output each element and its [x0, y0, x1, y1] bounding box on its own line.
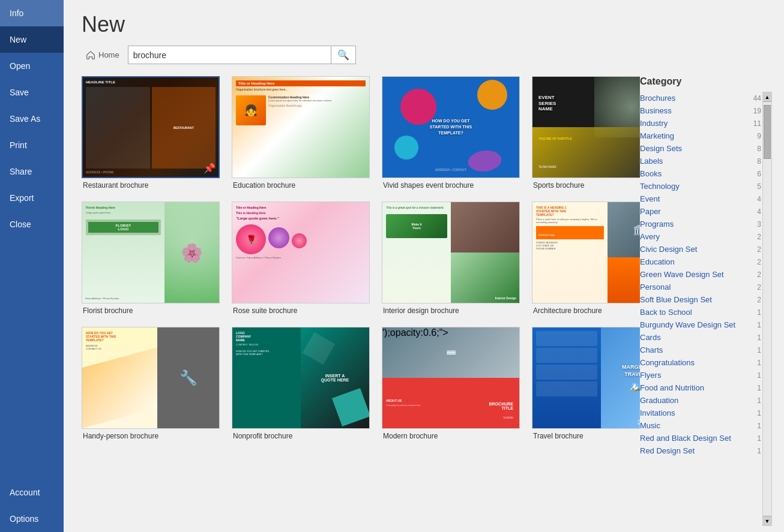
category-item-count: 1	[757, 409, 761, 417]
scrollbar-thumb[interactable]	[764, 105, 771, 159]
sidebar: Info New Open Save Save As Print Share E…	[0, 0, 64, 532]
scroll-up-button[interactable]: ▲	[763, 92, 771, 102]
category-item-27[interactable]: Red and Black Design Set1	[640, 432, 761, 444]
scroll-down-button[interactable]: ▼	[763, 516, 771, 525]
template-item-rose[interactable]: Title or Heading Here This is Heading He…	[232, 202, 370, 315]
category-item-12[interactable]: Civic Design Set2	[640, 243, 761, 256]
category-item-24[interactable]: Graduation1	[640, 394, 761, 407]
sidebar-item-share[interactable]: Share	[0, 158, 64, 185]
category-item-label: Congratulations	[640, 358, 695, 367]
category-item-16[interactable]: Soft Blue Design Set2	[640, 293, 761, 306]
templates-row-3: HOW DO YOU GETSTARTED WITH THISTEMPLATE?…	[82, 327, 634, 440]
sidebar-item-account[interactable]: Account	[0, 479, 64, 506]
category-item-label: Music	[640, 421, 660, 430]
template-thumb-nonprofit: LOGOCOMPANYNAME COMPANY TAGLINE HOW DO Y…	[232, 327, 370, 429]
category-item-6[interactable]: Books6	[640, 167, 761, 180]
sidebar-item-saveas[interactable]: Save As	[0, 106, 64, 132]
category-item-18[interactable]: Burgundy Wave Design Set1	[640, 318, 761, 331]
category-item-10[interactable]: Programs3	[640, 218, 761, 230]
category-item-count: 9	[757, 132, 761, 140]
template-thumb-handy: HOW DO YOU GETSTARTED WITH THISTEMPLATE?…	[82, 327, 220, 429]
sidebar-item-new[interactable]: New	[0, 26, 64, 53]
home-button[interactable]: Home	[82, 47, 123, 63]
category-item-11[interactable]: Avery2	[640, 230, 761, 243]
category-item-label: Books	[640, 169, 662, 178]
category-item-count: 11	[753, 119, 761, 128]
category-item-label: Industry	[640, 119, 668, 128]
category-item-label: Invitations	[640, 408, 675, 417]
template-label-education: Education brochure	[232, 181, 370, 190]
category-item-0[interactable]: Brochures44	[640, 92, 761, 104]
category-item-8[interactable]: Event4	[640, 193, 761, 205]
category-item-20[interactable]: Charts1	[640, 344, 761, 356]
category-item-3[interactable]: Marketing9	[640, 130, 761, 142]
category-item-count: 5	[757, 182, 761, 191]
template-thumb-rose: Title or Heading Here This is Heading He…	[232, 202, 370, 303]
page-header: New Home 🔍	[64, 0, 784, 70]
category-item-count: 6	[757, 170, 761, 178]
templates-row-1: HEADLINE TITLE RESTAURANT ADDRESS • PHON…	[82, 76, 634, 190]
sidebar-item-print[interactable]: Print	[0, 132, 64, 158]
category-panel: Category Brochures44Business19Industry11…	[640, 76, 772, 526]
category-item-label: Civic Design Set	[640, 245, 697, 254]
template-item-florist[interactable]: Florist Heading Here Large quote goes he…	[82, 202, 220, 315]
template-item-handy[interactable]: HOW DO YOU GETSTARTED WITH THISTEMPLATE?…	[82, 327, 220, 440]
category-item-23[interactable]: Food and Nutrition1	[640, 381, 761, 394]
category-item-4[interactable]: Design Sets8	[640, 142, 761, 155]
sidebar-item-options[interactable]: Options	[0, 506, 64, 532]
category-item-28[interactable]: Red Design Set1	[640, 444, 761, 457]
category-item-count: 44	[753, 94, 761, 103]
template-thumb-sports: EVENTSERIESNAME TAGLINE OF SUBTITLE TEAM…	[532, 76, 640, 178]
category-item-9[interactable]: Paper4	[640, 205, 761, 218]
category-item-22[interactable]: Flyers1	[640, 369, 761, 381]
template-label-florist: Florist brochure	[82, 306, 220, 315]
template-item-restaurant[interactable]: HEADLINE TITLE RESTAURANT ADDRESS • PHON…	[82, 76, 220, 190]
sidebar-item-close[interactable]: Close	[0, 211, 64, 238]
category-item-count: 2	[757, 296, 761, 304]
template-item-education[interactable]: Title or Heading Here Organization broch…	[232, 76, 370, 190]
category-item-7[interactable]: Technology5	[640, 180, 761, 193]
search-input-wrap: 🔍	[128, 46, 356, 64]
category-item-label: Programs	[640, 220, 674, 229]
content-area: HEADLINE TITLE RESTAURANT ADDRESS • PHON…	[64, 70, 784, 532]
category-item-label: Brochures	[640, 94, 675, 103]
category-item-count: 2	[757, 270, 761, 279]
category-item-count: 1	[757, 371, 761, 380]
category-item-5[interactable]: Labels8	[640, 155, 761, 167]
search-icon: 🔍	[337, 50, 349, 60]
category-item-1[interactable]: Business19	[640, 104, 761, 117]
template-thumb-modern: ');opacity:0.6;"> ⌨️ ABOUT US Company br…	[382, 327, 520, 429]
category-item-2[interactable]: Industry11	[640, 117, 761, 130]
category-item-count: 2	[757, 233, 761, 241]
template-item-vivid[interactable]: HOW DO YOU GETSTARTED WITH THISTEMPLATE?…	[382, 76, 520, 190]
sidebar-item-export[interactable]: Export	[0, 185, 64, 211]
template-item-interior[interactable]: This is a great spot for a mission state…	[382, 202, 520, 315]
sidebar-item-open[interactable]: Open	[0, 53, 64, 79]
pin-icon[interactable]: 📌	[204, 163, 216, 174]
template-label-vivid: Vivid shapes event brochure	[382, 181, 520, 190]
category-item-26[interactable]: Music1	[640, 419, 761, 432]
sidebar-item-save[interactable]: Save	[0, 79, 64, 106]
category-item-label: Personal	[640, 282, 671, 291]
template-item-architecture[interactable]: THIS IS A HEADING 1STARTED WITH THISTEMP…	[532, 202, 640, 315]
category-item-count: 1	[757, 321, 761, 329]
template-item-sports[interactable]: EVENTSERIESNAME TAGLINE OF SUBTITLE TEAM…	[532, 76, 640, 190]
category-item-17[interactable]: Back to School1	[640, 306, 761, 318]
sidebar-item-info[interactable]: Info	[0, 0, 64, 26]
template-item-modern[interactable]: ');opacity:0.6;"> ⌨️ ABOUT US Company br…	[382, 327, 520, 440]
category-item-19[interactable]: Cards1	[640, 331, 761, 344]
category-item-count: 1	[757, 447, 761, 455]
category-item-25[interactable]: Invitations1	[640, 407, 761, 419]
category-item-21[interactable]: Congratulations1	[640, 356, 761, 369]
category-item-label: Back to School	[640, 308, 692, 317]
template-label-sports: Sports brochure	[532, 181, 640, 190]
category-item-14[interactable]: Green Wave Design Set2	[640, 268, 761, 281]
template-item-travel[interactable]: MARGIE'STRAVEL 🏔️ LET MARGIE PLAN YOURNE…	[532, 327, 640, 440]
template-thumb-interior: This is a great spot for a mission state…	[382, 202, 520, 303]
search-input[interactable]	[128, 47, 331, 63]
category-item-15[interactable]: Personal2	[640, 281, 761, 293]
template-item-nonprofit[interactable]: LOGOCOMPANYNAME COMPANY TAGLINE HOW DO Y…	[232, 327, 370, 440]
search-button[interactable]: 🔍	[331, 46, 355, 64]
category-item-count: 19	[753, 107, 761, 115]
category-item-13[interactable]: Education2	[640, 256, 761, 268]
